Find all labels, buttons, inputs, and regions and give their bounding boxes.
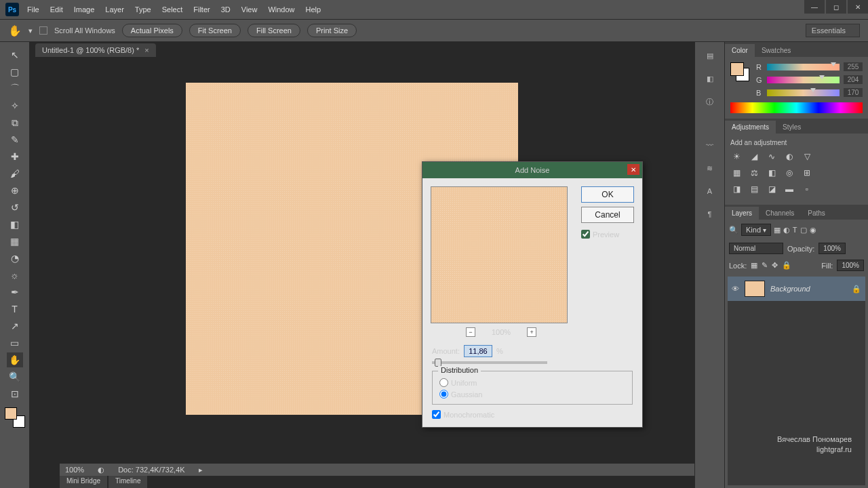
document-tab[interactable]: Untitled-1 @ 100% (RGB/8) *× [35,43,156,57]
type-tool[interactable]: T [7,302,23,317]
bw-icon[interactable]: ◧ [766,167,778,179]
adjustments-tab[interactable]: Adjustments [725,121,776,134]
eyedropper-tool[interactable]: ✎ [7,132,23,147]
gradient-map-icon[interactable]: ▬ [783,183,795,195]
eraser-tool[interactable]: ◧ [7,217,23,232]
menu-layer[interactable]: Layer [105,5,124,14]
lock-pos-icon[interactable]: ✥ [772,261,778,270]
visibility-icon[interactable]: 👁 [732,285,739,293]
levels-icon[interactable]: ◢ [748,150,760,163]
color-tab[interactable]: Color [725,44,755,57]
hue-icon[interactable]: ▦ [730,167,743,179]
move-tool[interactable]: ↖ [7,47,23,62]
menu-help[interactable]: Help [306,5,321,14]
filter-kind-dropdown[interactable]: Kind ▾ [741,224,771,236]
layers-tab[interactable]: Layers [725,207,759,220]
crop-tool[interactable]: ⧉ [7,115,23,130]
zoom-tool[interactable]: 🔍 [7,369,23,384]
threshold-icon[interactable]: ◪ [766,183,778,195]
path-tool[interactable]: ↗ [7,319,23,333]
filter-pixel-icon[interactable]: ▦ [774,226,781,235]
menu-3d[interactable]: 3D [221,5,231,14]
r-slider[interactable] [767,64,840,70]
curves-icon[interactable]: ∿ [766,150,778,163]
fit-screen-button[interactable]: Fit Screen [189,24,241,37]
layer-thumbnail[interactable] [745,281,765,297]
scroll-all-checkbox[interactable] [39,26,47,35]
monochromatic-checkbox[interactable]: Monochromatic [432,410,494,419]
vibrance-icon[interactable]: ▽ [801,150,813,163]
filter-shape-icon[interactable]: ▢ [800,226,807,235]
brush-panel-icon[interactable]: 〰 [702,137,718,153]
lasso-tool[interactable]: ⌒ [7,81,23,96]
filter-adj-icon[interactable]: ◐ [783,226,790,235]
history-icon[interactable]: ▤ [702,47,718,64]
pen-tool[interactable]: ✒ [7,285,23,300]
zoom-out-button[interactable]: − [466,327,475,337]
menu-select[interactable]: Select [162,5,183,14]
history-brush-tool[interactable]: ↺ [7,200,23,215]
filter-smart-icon[interactable]: ◉ [810,226,816,235]
gradient-tool[interactable]: ▦ [7,234,23,249]
balance-icon[interactable]: ⚖ [748,167,760,179]
fill-field[interactable]: 100% [837,260,864,271]
color-swatches[interactable] [5,407,25,428]
timeline-tab[interactable]: Timeline [108,476,147,488]
styles-tab[interactable]: Styles [776,121,808,134]
preview-checkbox[interactable]: Preview [581,230,634,239]
hand-tool[interactable]: ✋ [7,352,23,367]
dialog-title-bar[interactable]: Add Noise ✕ [422,162,642,178]
actual-pixels-button[interactable]: Actual Pixels [122,24,182,37]
layer-row[interactable]: 👁 Background 🔒 [728,277,865,301]
dialog-close-button[interactable]: ✕ [627,164,639,175]
paths-tab[interactable]: Paths [801,207,832,220]
blend-mode-dropdown[interactable]: Normal [729,243,783,254]
menu-type[interactable]: Type [135,5,151,14]
spectrum-bar[interactable] [730,102,863,113]
fill-screen-button[interactable]: Fill Screen [248,24,300,37]
close-button[interactable]: ✕ [848,0,868,14]
workspace-dropdown[interactable]: Essentials [806,24,860,37]
amount-input[interactable] [464,345,492,357]
menu-view[interactable]: View [241,5,258,14]
mini-bridge-tab[interactable]: Mini Bridge [60,476,107,488]
color-swatch[interactable] [730,62,751,83]
brush-tool[interactable]: 🖌 [7,166,23,181]
close-tab-icon[interactable]: × [144,46,149,54]
stamp-tool[interactable]: ⊕ [7,183,23,198]
shape-tool[interactable]: ▭ [7,336,23,350]
menu-image[interactable]: Image [74,5,95,14]
lock-all-icon[interactable]: 🔒 [782,261,791,270]
menu-window[interactable]: Window [268,5,294,14]
blur-tool[interactable]: ◔ [7,251,23,266]
ok-button[interactable]: OK [581,186,634,203]
mixer-icon[interactable]: ⊞ [801,167,813,179]
photo-filter-icon[interactable]: ◎ [783,167,795,179]
noise-preview[interactable] [431,186,568,323]
minimize-button[interactable]: — [804,0,825,14]
b-slider[interactable] [767,89,840,96]
layer-name[interactable]: Background [770,285,810,293]
heal-tool[interactable]: ✚ [7,149,23,164]
lock-trans-icon[interactable]: ▦ [751,261,757,270]
menu-edit[interactable]: Edit [50,5,63,14]
zoom-in-button[interactable]: + [527,327,536,337]
char-panel-icon[interactable]: A [702,183,718,199]
zoom-level[interactable]: 100% [65,466,84,474]
wand-tool[interactable]: ✧ [7,98,23,113]
maximize-button[interactable]: ◻ [826,0,846,14]
uniform-radio[interactable]: Uniform [439,378,625,387]
exposure-icon[interactable]: ◐ [783,150,795,163]
screen-mode-tool[interactable]: ⊡ [7,386,23,401]
g-slider[interactable] [767,77,840,83]
menu-file[interactable]: File [27,5,39,14]
menu-filter[interactable]: Filter [193,5,210,14]
brightness-icon[interactable]: ☀ [730,150,743,163]
para-panel-icon[interactable]: ¶ [702,206,718,222]
swatches-tab[interactable]: Swatches [755,44,797,57]
filter-type-icon[interactable]: T [793,226,797,234]
channels-tab[interactable]: Channels [759,207,801,220]
lock-paint-icon[interactable]: ✎ [762,261,768,270]
selective-icon[interactable]: ▫ [801,183,813,195]
amount-slider[interactable]: ↖ [432,361,547,364]
